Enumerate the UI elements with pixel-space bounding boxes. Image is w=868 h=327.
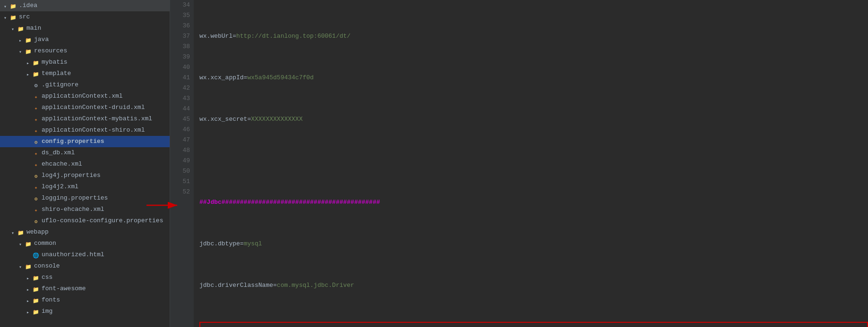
sidebar-item-gitignore[interactable]: ▸ ⚙ .gitignore [0,79,170,91]
sidebar-item-config-properties[interactable]: ▸ ⚙ config.properties [0,136,170,147]
sidebar-item-label: img [42,307,52,316]
sidebar-item-label: mybatis [42,58,68,67]
sidebar-item-img[interactable]: 📁 img [0,306,170,317]
sidebar-item-unauthorized[interactable]: ▸ 🌐 unauthorized.html [0,249,170,260]
sidebar-item-template[interactable]: 📁 template [0,68,170,79]
line-number: 43 [170,93,190,104]
folder-icon: 📁 [32,59,40,66]
arrow-icon [25,59,31,66]
line-number: 36 [170,21,190,31]
folder-icon: 📁 [25,47,32,55]
code-line-34: wx.webUrl=http://dt.ianlong.top:60061/dt… [199,31,868,42]
file-icon: ✦ [32,149,40,157]
line-numbers: 34 35 36 37 38 39 40 41 42 43 44 45 46 4… [170,0,194,327]
code-content[interactable]: 34 35 36 37 38 39 40 41 42 43 44 45 46 4… [170,0,868,327]
sidebar-item-appcontext-mybatis[interactable]: ▸ ✦ applicationContext-mybatis.xml [0,113,170,125]
code-line-40: jdbc.driverClassName=com.mysql.jdbc.Driv… [199,280,868,291]
sidebar-item-label: .gitignore [42,80,78,90]
file-icon: ⚙ [32,138,40,145]
folder-icon: 📁 [32,296,40,304]
line-number: 35 [170,10,190,21]
code-line-37 [199,156,868,166]
sidebar-item-appcontext[interactable]: ▸ ✦ applicationContext.xml [0,91,170,102]
line-number: 51 [170,176,190,187]
folder-icon: 📁 [17,228,25,236]
line-number: 49 [170,156,190,166]
file-icon: ✦ [32,160,40,168]
sidebar-item-label: webapp [26,227,49,237]
sidebar-item-ds-db[interactable]: ▸ ✦ ds_db.xml [0,147,170,159]
sidebar-item-label: console [34,261,60,271]
sidebar-item-label: uflo-console-configure.properties [42,216,163,226]
line-number: 40 [170,62,190,73]
arrow-icon [2,2,9,9]
line-number: 46 [170,125,190,135]
folder-icon: 📁 [25,262,32,270]
code-line-36: wx.xcx_secret=XXXXXXXXXXXXXX [199,114,868,125]
code-lines[interactable]: wx.webUrl=http://dt.ianlong.top:60061/dt… [194,0,868,327]
sidebar-item-uflo[interactable]: ▸ ⚙ uflo-console-configure.properties [0,215,170,226]
sidebar-item-logging[interactable]: ▸ ⚙ logging.properties [0,193,170,204]
folder-icon: 📁 [25,240,32,247]
line-number: 41 [170,73,190,83]
sidebar-item-log4j[interactable]: ▸ ⚙ log4j.properties [0,170,170,181]
line-number: 34 [170,0,190,10]
sidebar-item-css[interactable]: 📁 css [0,272,170,283]
arrow-icon [25,70,31,77]
file-icon: 🌐 [32,251,40,259]
sidebar-item-mybatis[interactable]: 📁 mybatis [0,57,170,68]
line-number: 50 [170,166,190,176]
file-icon: ✦ [32,183,40,191]
sidebar-item-label: ehcache.xml [42,159,82,169]
file-icon: ⚙ [32,172,40,179]
line-number: 47 [170,135,190,145]
file-icon: ⚙ [32,217,40,225]
sidebar-item-label: log4j2.xml [42,182,78,192]
sidebar-item-ehcache[interactable]: ▸ ✦ ehcache.xml [0,159,170,170]
folder-icon: 📁 [32,274,40,281]
sidebar-item-label: applicationContext-shiro.xml [42,126,145,135]
sidebar-item-label: .idea [19,1,37,10]
line-number: 39 [170,52,190,62]
sidebar-item-fonts[interactable]: 📁 fonts [0,294,170,306]
file-icon: ✦ [32,126,40,134]
sidebar-item-java[interactable]: 📁 java [0,34,170,45]
arrow-icon [17,36,24,43]
sidebar-item-common[interactable]: 📁 common [0,238,170,249]
code-line-38: ##Jdbc##################################… [199,197,868,208]
sidebar-item-log4j2[interactable]: ▸ ✦ log4j2.xml [0,181,170,193]
sidebar-item-src[interactable]: 📁 src [0,11,170,23]
file-icon: ✦ [32,104,40,111]
file-icon: ⚙ [32,81,40,89]
sidebar-item-appcontext-druid[interactable]: ▸ ✦ applicationContext-druid.xml [0,102,170,113]
sidebar-item-resources[interactable]: 📁 resources [0,45,170,57]
arrow-icon [9,25,16,32]
folder-icon: 📁 [9,2,17,9]
line-number: 52 [170,187,190,197]
folder-icon: 📁 [9,13,17,21]
file-icon: ✦ [32,115,40,123]
sidebar-item-label: applicationContext-mybatis.xml [42,114,152,124]
sidebar-item-label: config.properties [42,137,104,146]
arrow-icon [17,240,24,247]
arrow-icon [9,229,16,235]
sidebar-item-appcontext-shiro[interactable]: ▸ ✦ applicationContext-shiro.xml [0,125,170,136]
sidebar-item-webapp[interactable]: 📁 webapp [0,226,170,238]
sidebar-item-font-awesome[interactable]: 📁 font-awesome [0,283,170,294]
arrow-icon [2,14,9,20]
sidebar-item-label: log4j.properties [42,171,101,180]
file-tree: 📁 .idea 📁 src 📁 main 📁 java 📁 resources … [0,0,170,327]
arrow-icon [17,263,24,269]
sidebar-item-label: main [26,24,41,33]
folder-icon: 📁 [25,36,32,43]
sidebar-item-idea[interactable]: 📁 .idea [0,0,170,11]
sidebar-item-console[interactable]: 📁 console [0,260,170,272]
line-number: 48 [170,145,190,156]
arrow-icon [25,285,31,292]
file-icon: ⚙ [32,194,40,202]
sidebar-item-main[interactable]: 📁 main [0,23,170,34]
sidebar-item-shiro-ehcache[interactable]: ▸ ✦ shiro-ehcache.xml [0,204,170,215]
sidebar-item-label: font-awesome [42,284,86,293]
arrow-icon [17,48,24,54]
folder-icon: 📁 [17,25,25,32]
